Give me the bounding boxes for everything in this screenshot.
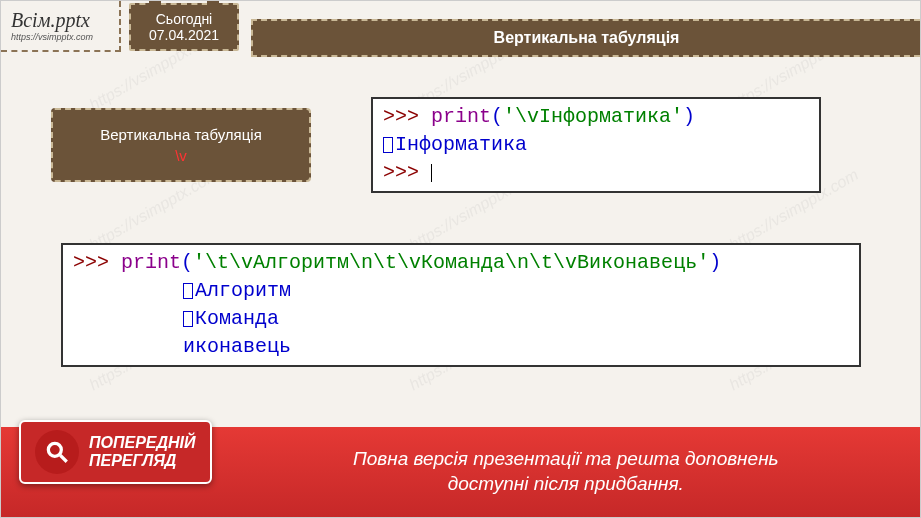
vt-char-icon: [383, 137, 393, 153]
paren: (: [181, 251, 193, 274]
paren: ): [683, 105, 695, 128]
definition-label: Вертикальна табуляція: [100, 126, 262, 143]
svg-point-0: [48, 443, 61, 456]
date-badge: Сьогодні 07.04.2021: [129, 3, 239, 51]
definition-escape: \v: [73, 147, 289, 164]
header: Всім.pptx https://vsimpptx.com Сьогодні …: [1, 1, 920, 57]
code-example-1: >>> print('\vІнформатика') Інформатика >…: [371, 97, 821, 193]
logo-title: Всім.pptx: [11, 9, 109, 32]
magnifier-icon: [35, 430, 79, 474]
prompt: >>>: [383, 105, 431, 128]
slide-title: Вертикальна табуляція: [251, 19, 920, 57]
logo-url: https://vsimpptx.com: [11, 32, 109, 42]
print-call: print: [121, 251, 181, 274]
banner-message: Повна версія презентації та решта доповн…: [212, 447, 920, 496]
cursor-icon: [431, 164, 432, 182]
logo-box: Всім.pptx https://vsimpptx.com: [1, 1, 121, 52]
preview-banner: ПОПЕРЕДНІЙ ПЕРЕГЛЯД Повна версія презент…: [1, 427, 920, 517]
svg-line-1: [60, 455, 67, 462]
output-text: Інформатика: [395, 133, 527, 156]
code-example-2: >>> print('\t\vАлгоритм\n\t\vКоманда\n\t…: [61, 243, 861, 367]
output-line-2: Команда: [195, 307, 279, 330]
date-value: 07.04.2021: [139, 27, 229, 43]
preview-line1: ПОПЕРЕДНІЙ: [89, 434, 196, 452]
preview-line2: ПЕРЕГЛЯД: [89, 452, 196, 470]
string-literal: '\vІнформатика': [503, 105, 683, 128]
paren: (: [491, 105, 503, 128]
prompt: >>>: [73, 251, 121, 274]
prompt: >>>: [383, 161, 431, 184]
banner-msg-line1: Повна версія презентації та решта доповн…: [232, 447, 900, 472]
vt-char-icon: [183, 311, 193, 327]
print-call: print: [431, 105, 491, 128]
string-literal: '\t\vАлгоритм\n\t\vКоманда\n\t\vВиконаве…: [193, 251, 709, 274]
banner-msg-line2: доступні після придбання.: [232, 472, 900, 497]
content-area: Вертикальна табуляція \v >>> print('\vІн…: [1, 57, 920, 387]
preview-badge: ПОПЕРЕДНІЙ ПЕРЕГЛЯД: [19, 420, 212, 484]
definition-box: Вертикальна табуляція \v: [51, 108, 311, 182]
output-line-1: Алгоритм: [195, 279, 291, 302]
date-label: Сьогодні: [139, 11, 229, 27]
output-line-3: иконавець: [183, 335, 291, 358]
preview-label: ПОПЕРЕДНІЙ ПЕРЕГЛЯД: [89, 434, 196, 469]
paren: ): [709, 251, 721, 274]
vt-char-icon: [183, 283, 193, 299]
